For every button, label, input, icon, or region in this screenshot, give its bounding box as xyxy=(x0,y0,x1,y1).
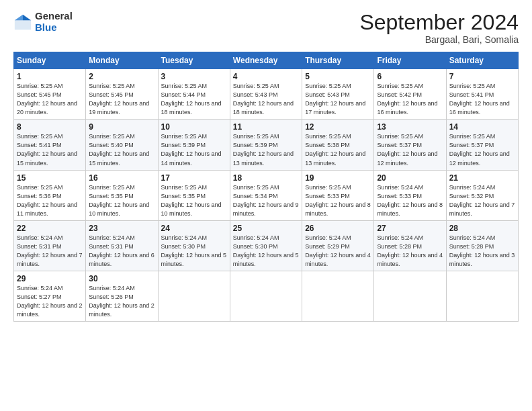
table-row: 26 Sunrise: 5:24 AM Sunset: 5:29 PM Dayl… xyxy=(302,220,374,271)
day-number: 5 xyxy=(305,72,371,81)
header: General Blue September 2024 Bargaal, Bar… xyxy=(13,11,519,45)
logo: General Blue xyxy=(13,11,73,33)
title-block: September 2024 Bargaal, Bari, Somalia xyxy=(359,11,519,45)
col-tuesday: Tuesday xyxy=(158,52,230,69)
table-row: 2 Sunrise: 5:25 AM Sunset: 5:45 PM Dayli… xyxy=(86,69,158,120)
day-number: 13 xyxy=(377,122,443,132)
table-row: 3 Sunrise: 5:25 AM Sunset: 5:44 PM Dayli… xyxy=(158,69,230,120)
table-row: 21 Sunrise: 5:24 AM Sunset: 5:32 PM Dayl… xyxy=(446,170,518,220)
day-info: Sunrise: 5:24 AM Sunset: 5:31 PM Dayligh… xyxy=(89,234,154,269)
day-info: Sunrise: 5:25 AM Sunset: 5:41 PM Dayligh… xyxy=(449,82,515,117)
svg-marker-2 xyxy=(15,14,23,19)
table-row: 13 Sunrise: 5:25 AM Sunset: 5:37 PM Dayl… xyxy=(374,120,446,170)
day-number: 18 xyxy=(233,173,299,183)
day-info: Sunrise: 5:25 AM Sunset: 5:36 PM Dayligh… xyxy=(17,183,83,218)
col-saturday: Saturday xyxy=(446,52,518,69)
day-info: Sunrise: 5:25 AM Sunset: 5:40 PM Dayligh… xyxy=(89,132,154,167)
col-thursday: Thursday xyxy=(302,52,374,69)
table-row: 18 Sunrise: 5:25 AM Sunset: 5:34 PM Dayl… xyxy=(230,170,302,220)
table-row xyxy=(374,271,446,321)
day-info: Sunrise: 5:24 AM Sunset: 5:31 PM Dayligh… xyxy=(17,234,83,269)
day-info: Sunrise: 5:24 AM Sunset: 5:28 PM Dayligh… xyxy=(377,234,443,269)
day-info: Sunrise: 5:25 AM Sunset: 5:35 PM Dayligh… xyxy=(161,183,227,218)
day-info: Sunrise: 5:24 AM Sunset: 5:30 PM Dayligh… xyxy=(161,234,227,269)
day-number: 19 xyxy=(305,173,371,183)
day-number: 20 xyxy=(377,173,443,183)
day-info: Sunrise: 5:25 AM Sunset: 5:34 PM Dayligh… xyxy=(233,183,299,218)
day-info: Sunrise: 5:25 AM Sunset: 5:39 PM Dayligh… xyxy=(233,132,299,167)
day-info: Sunrise: 5:24 AM Sunset: 5:28 PM Dayligh… xyxy=(449,234,515,269)
calendar-table: Sunday Monday Tuesday Wednesday Thursday… xyxy=(13,52,519,322)
day-info: Sunrise: 5:25 AM Sunset: 5:41 PM Dayligh… xyxy=(17,132,83,167)
day-number: 28 xyxy=(449,224,515,233)
day-number: 9 xyxy=(89,122,154,132)
table-row xyxy=(230,271,302,321)
day-number: 17 xyxy=(161,173,227,183)
day-number: 30 xyxy=(89,274,154,283)
day-info: Sunrise: 5:25 AM Sunset: 5:35 PM Dayligh… xyxy=(89,183,154,218)
location: Bargaal, Bari, Somalia xyxy=(359,34,519,45)
day-info: Sunrise: 5:25 AM Sunset: 5:42 PM Dayligh… xyxy=(377,82,443,117)
table-row: 14 Sunrise: 5:25 AM Sunset: 5:37 PM Dayl… xyxy=(446,120,518,170)
table-row: 12 Sunrise: 5:25 AM Sunset: 5:38 PM Dayl… xyxy=(302,120,374,170)
day-info: Sunrise: 5:25 AM Sunset: 5:37 PM Dayligh… xyxy=(449,132,515,167)
col-monday: Monday xyxy=(86,52,158,69)
day-number: 6 xyxy=(377,72,443,81)
table-row: 6 Sunrise: 5:25 AM Sunset: 5:42 PM Dayli… xyxy=(374,69,446,120)
table-row: 19 Sunrise: 5:25 AM Sunset: 5:33 PM Dayl… xyxy=(302,170,374,220)
table-row: 29 Sunrise: 5:24 AM Sunset: 5:27 PM Dayl… xyxy=(14,271,86,321)
logo-text: General Blue xyxy=(35,11,73,33)
day-number: 23 xyxy=(89,224,154,233)
day-number: 8 xyxy=(17,122,83,132)
day-number: 29 xyxy=(17,274,83,283)
table-row: 11 Sunrise: 5:25 AM Sunset: 5:39 PM Dayl… xyxy=(230,120,302,170)
logo-general: General xyxy=(35,11,73,22)
day-number: 4 xyxy=(233,72,299,81)
day-number: 15 xyxy=(17,173,83,183)
table-row: 5 Sunrise: 5:25 AM Sunset: 5:43 PM Dayli… xyxy=(302,69,374,120)
table-row xyxy=(446,271,518,321)
day-number: 22 xyxy=(17,224,83,233)
table-row: 22 Sunrise: 5:24 AM Sunset: 5:31 PM Dayl… xyxy=(14,220,86,271)
col-friday: Friday xyxy=(374,52,446,69)
day-number: 14 xyxy=(449,122,515,132)
day-info: Sunrise: 5:24 AM Sunset: 5:32 PM Dayligh… xyxy=(449,183,515,218)
day-number: 7 xyxy=(449,72,515,81)
day-number: 2 xyxy=(89,72,154,81)
day-info: Sunrise: 5:24 AM Sunset: 5:33 PM Dayligh… xyxy=(377,183,443,218)
table-row: 23 Sunrise: 5:24 AM Sunset: 5:31 PM Dayl… xyxy=(86,220,158,271)
table-row: 30 Sunrise: 5:24 AM Sunset: 5:26 PM Dayl… xyxy=(86,271,158,321)
day-info: Sunrise: 5:24 AM Sunset: 5:26 PM Dayligh… xyxy=(89,284,154,319)
table-row: 17 Sunrise: 5:25 AM Sunset: 5:35 PM Dayl… xyxy=(158,170,230,220)
table-row: 25 Sunrise: 5:24 AM Sunset: 5:30 PM Dayl… xyxy=(230,220,302,271)
day-number: 3 xyxy=(161,72,227,81)
day-info: Sunrise: 5:24 AM Sunset: 5:30 PM Dayligh… xyxy=(233,234,299,269)
day-info: Sunrise: 5:25 AM Sunset: 5:37 PM Dayligh… xyxy=(377,132,443,167)
table-row: 28 Sunrise: 5:24 AM Sunset: 5:28 PM Dayl… xyxy=(446,220,518,271)
day-number: 11 xyxy=(233,122,299,132)
table-row: 16 Sunrise: 5:25 AM Sunset: 5:35 PM Dayl… xyxy=(86,170,158,220)
table-row: 15 Sunrise: 5:25 AM Sunset: 5:36 PM Dayl… xyxy=(14,170,86,220)
table-row: 24 Sunrise: 5:24 AM Sunset: 5:30 PM Dayl… xyxy=(158,220,230,271)
day-info: Sunrise: 5:24 AM Sunset: 5:29 PM Dayligh… xyxy=(305,234,371,269)
day-info: Sunrise: 5:25 AM Sunset: 5:39 PM Dayligh… xyxy=(161,132,227,167)
day-info: Sunrise: 5:25 AM Sunset: 5:43 PM Dayligh… xyxy=(305,82,371,117)
day-info: Sunrise: 5:25 AM Sunset: 5:43 PM Dayligh… xyxy=(233,82,299,117)
day-info: Sunrise: 5:25 AM Sunset: 5:45 PM Dayligh… xyxy=(17,82,83,117)
day-number: 1 xyxy=(17,72,83,81)
day-number: 24 xyxy=(161,224,227,233)
day-number: 12 xyxy=(305,122,371,132)
table-row: 8 Sunrise: 5:25 AM Sunset: 5:41 PM Dayli… xyxy=(14,120,86,170)
table-row: 7 Sunrise: 5:25 AM Sunset: 5:41 PM Dayli… xyxy=(446,69,518,120)
table-row: 10 Sunrise: 5:25 AM Sunset: 5:39 PM Dayl… xyxy=(158,120,230,170)
table-row: 1 Sunrise: 5:25 AM Sunset: 5:45 PM Dayli… xyxy=(14,69,86,120)
table-row: 9 Sunrise: 5:25 AM Sunset: 5:40 PM Dayli… xyxy=(86,120,158,170)
logo-icon xyxy=(13,13,32,32)
table-row: 20 Sunrise: 5:24 AM Sunset: 5:33 PM Dayl… xyxy=(374,170,446,220)
page: General Blue September 2024 Bargaal, Bar… xyxy=(0,0,532,411)
col-wednesday: Wednesday xyxy=(230,52,302,69)
day-info: Sunrise: 5:24 AM Sunset: 5:27 PM Dayligh… xyxy=(17,284,83,319)
table-row xyxy=(158,271,230,321)
table-row: 27 Sunrise: 5:24 AM Sunset: 5:28 PM Dayl… xyxy=(374,220,446,271)
day-number: 27 xyxy=(377,224,443,233)
